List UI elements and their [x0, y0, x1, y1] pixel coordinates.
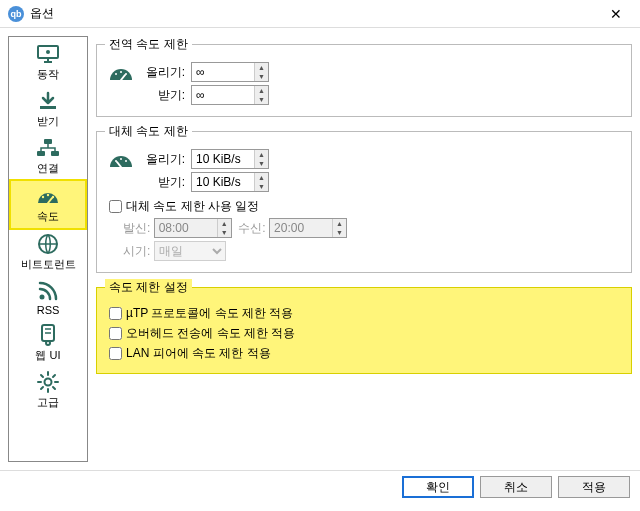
lan-checkbox[interactable] [109, 347, 122, 360]
svg-point-18 [120, 158, 122, 160]
schedule-checkbox[interactable] [109, 200, 122, 213]
upload-speed-input[interactable]: ▲▼ [191, 62, 269, 82]
sidebar-item-label: RSS [37, 304, 60, 316]
dialog-footer: 확인 취소 적용 [0, 470, 640, 503]
sidebar-item-label: 비트토런트 [21, 257, 76, 272]
overhead-checkbox[interactable] [109, 327, 122, 340]
ok-button[interactable]: 확인 [402, 476, 474, 498]
alt-upload-label: 올리기: [141, 151, 185, 168]
to-label: 수신: [238, 220, 265, 237]
svg-point-7 [47, 194, 49, 196]
main-panel: 전역 속도 제한 올리기: ▲▼ 받기: ▲▼ 대체 속도 [96, 36, 632, 462]
alt-upload-speed-input[interactable]: ▲▼ [191, 149, 269, 169]
alt-download-speed-input[interactable]: ▲▼ [191, 172, 269, 192]
svg-point-14 [115, 73, 117, 75]
schedule-label: 대체 속도 제한 사용 일정 [126, 198, 259, 215]
gear-icon [34, 370, 62, 394]
to-time-input: ▲▼ [269, 218, 347, 238]
sidebar: 동작 받기 연결 속도 비트토런트 RSS 웹 UI 고급 [8, 36, 88, 462]
sidebar-item-label: 받기 [37, 114, 59, 129]
monitor-icon [34, 42, 62, 66]
utp-checkbox[interactable] [109, 307, 122, 320]
global-rate-group: 전역 속도 제한 올리기: ▲▼ 받기: ▲▼ [96, 36, 632, 117]
rate-settings-legend: 속도 제한 설정 [105, 279, 192, 296]
sidebar-item-speed[interactable]: 속도 [9, 179, 87, 230]
sidebar-item-bittorrent[interactable]: 비트토런트 [9, 229, 87, 276]
rss-icon [34, 279, 62, 303]
sidebar-item-downloads[interactable]: 받기 [9, 86, 87, 133]
network-icon [34, 136, 62, 160]
rate-settings-group: 속도 제한 설정 µTP 프로토콜에 속도 제한 적용 오버헤드 전송에 속도 … [96, 279, 632, 374]
svg-rect-4 [37, 151, 45, 156]
svg-point-1 [46, 50, 50, 54]
from-time-input: ▲▼ [154, 218, 232, 238]
download-speed-input[interactable]: ▲▼ [191, 85, 269, 105]
download-icon [34, 89, 62, 113]
svg-rect-3 [44, 139, 52, 144]
from-label: 발신: [123, 220, 150, 237]
globe-icon [34, 232, 62, 256]
app-icon: qb [8, 6, 24, 22]
sidebar-item-webui[interactable]: 웹 UI [9, 320, 87, 367]
svg-rect-5 [51, 151, 59, 156]
svg-point-12 [46, 341, 50, 345]
sidebar-item-connection[interactable]: 연결 [9, 133, 87, 180]
svg-point-13 [45, 379, 52, 386]
overhead-label: 오버헤드 전송에 속도 제한 적용 [126, 325, 295, 342]
global-rate-legend: 전역 속도 제한 [105, 36, 192, 53]
alt-download-label: 받기: [141, 174, 185, 191]
svg-point-10 [40, 295, 45, 300]
sidebar-item-advanced[interactable]: 고급 [9, 367, 87, 414]
close-icon[interactable]: ✕ [600, 6, 632, 22]
lan-label: LAN 피어에 속도 제한 적용 [126, 345, 271, 362]
upload-label: 올리기: [141, 64, 185, 81]
download-label: 받기: [141, 87, 185, 104]
apply-button[interactable]: 적용 [558, 476, 630, 498]
gauge-icon [34, 184, 62, 208]
sidebar-item-behavior[interactable]: 동작 [9, 39, 87, 86]
when-label: 시기: [123, 243, 150, 260]
sidebar-item-rss[interactable]: RSS [9, 276, 87, 320]
svg-point-19 [125, 160, 127, 162]
when-select: 매일 [154, 241, 226, 261]
sidebar-item-label: 고급 [37, 395, 59, 410]
window-title: 옵션 [30, 5, 600, 22]
sidebar-item-label: 연결 [37, 161, 59, 176]
svg-rect-2 [40, 106, 56, 109]
sidebar-item-label: 속도 [37, 209, 59, 224]
title-bar: qb 옵션 ✕ [0, 0, 640, 28]
svg-point-15 [120, 71, 122, 73]
webui-icon [34, 323, 62, 347]
cancel-button[interactable]: 취소 [480, 476, 552, 498]
sidebar-item-label: 웹 UI [35, 348, 60, 363]
utp-label: µTP 프로토콜에 속도 제한 적용 [126, 305, 293, 322]
gauge-alt-icon [105, 146, 137, 174]
alt-rate-group: 대체 속도 제한 올리기: ▲▼ 받기: ▲▼ [96, 123, 632, 273]
alt-rate-legend: 대체 속도 제한 [105, 123, 192, 140]
svg-point-6 [42, 196, 44, 198]
gauge-icon [105, 59, 137, 87]
sidebar-item-label: 동작 [37, 67, 59, 82]
